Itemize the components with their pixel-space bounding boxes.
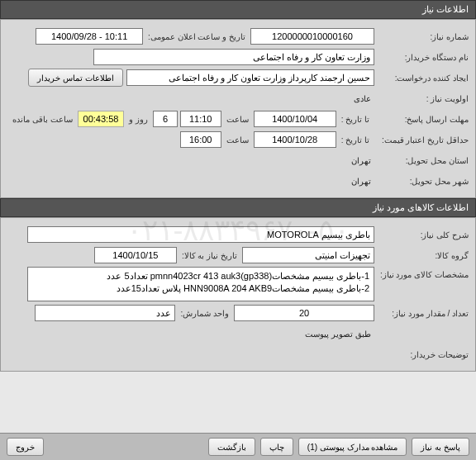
field-buyer[interactable] [93, 49, 374, 65]
label-city: شهر محل تحویل: [374, 177, 469, 186]
value-city: تهران [351, 177, 374, 186]
label-unit: واحد شمارش: [175, 309, 234, 318]
label-requester: ایجاد کننده درخواست: [374, 74, 469, 83]
label-valid: حداقل تاریخ اعتبار قیمت: [374, 135, 469, 145]
reply-button[interactable]: پاسخ به نیاز [412, 438, 469, 456]
field-need-date[interactable] [94, 247, 177, 263]
field-req-no[interactable] [250, 28, 374, 45]
label-until1: تا تاریخ : [336, 115, 374, 124]
section1-header: اطلاعات نیاز [0, 0, 476, 19]
label-comment: توضیحات خریدار: [374, 350, 469, 359]
label-priority: اولویت نیاز : [374, 94, 469, 103]
label-until2: تا تاریخ : [336, 135, 374, 145]
label-prov: استان محل تحویل: [374, 156, 469, 165]
countdown-clock: 00:43:58 [78, 111, 125, 127]
label-need-date: تاریخ نیاز به کالا: [177, 251, 242, 260]
attachments-button[interactable]: مشاهده مدارک پیوستی (1) [298, 438, 407, 456]
field-group[interactable] [242, 247, 374, 263]
print-button[interactable]: چاپ [260, 438, 293, 456]
label-deadline: مهلت ارسال پاسخ: [374, 115, 469, 124]
label-at1: ساعت [221, 115, 254, 124]
field-deadline-time[interactable] [180, 111, 221, 127]
field-valid-time[interactable] [180, 131, 221, 148]
field-spec[interactable]: 1-باطری بیسیم مشخصات(pmnn4023cr 413 auk3… [27, 267, 374, 301]
field-deadline-days[interactable] [153, 111, 178, 127]
spec-line-2: 2-باطری بیسیم مشخصاتHNN9008A 204 AKB9 پل… [32, 282, 369, 295]
field-requester[interactable] [126, 69, 374, 86]
field-desc[interactable] [27, 226, 374, 243]
section2-header: اطلاعات کالاهای مورد نیاز [0, 198, 476, 217]
label-group: گروه کالا: [374, 251, 469, 260]
label-pub-date: تاریخ و ساعت اعلان عمومی: [143, 32, 250, 41]
field-deadline-date[interactable] [254, 111, 336, 127]
label-req-no: شماره نیاز: [374, 32, 469, 41]
field-qty[interactable] [234, 305, 374, 321]
value-priority: عادی [354, 94, 374, 103]
spec-line-1: 1-باطری بیسیم مشخصات(pmnn4023cr 413 auk3… [32, 270, 369, 282]
contact-buyer-button[interactable]: اطلاعات تماس خریدار [28, 69, 123, 87]
label-spec: مشخصات کالای مورد نیاز: [374, 267, 469, 279]
label-attach: طبق تصویر پیوست [305, 330, 374, 339]
back-button[interactable]: بازگشت [208, 438, 255, 456]
label-at2: ساعت [221, 135, 254, 145]
field-unit[interactable] [35, 305, 175, 321]
label-desc: شرح کلی نیاز: [374, 230, 469, 239]
label-days: روز و [124, 115, 153, 124]
value-prov: تهران [351, 156, 374, 165]
section2-body: شرح کلی نیاز: گروه کالا: تاریخ نیاز به ک… [0, 217, 476, 372]
field-valid-date[interactable] [254, 131, 336, 148]
field-pub-date[interactable] [36, 28, 143, 45]
label-remain: ساعت باقی مانده [7, 115, 78, 124]
exit-button[interactable]: خروج [7, 438, 44, 456]
label-qty: تعداد / مقدار مورد نیاز: [374, 309, 469, 318]
label-buyer: نام دستگاه خریدار: [374, 53, 469, 62]
footer-bar: پاسخ به نیاز مشاهده مدارک پیوستی (1) چاپ… [0, 433, 476, 460]
section1-body: شماره نیاز: تاریخ و ساعت اعلان عمومی: نا… [0, 19, 476, 198]
